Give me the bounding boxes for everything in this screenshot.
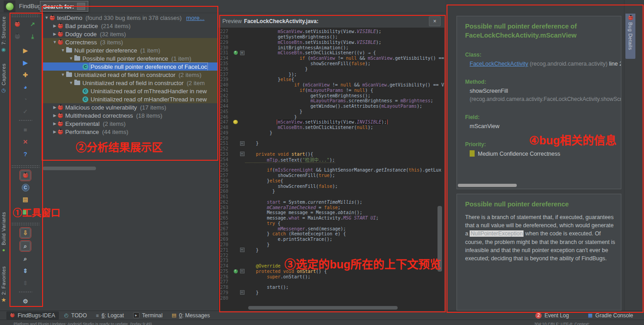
- tree-chevron-down-icon[interactable]: ▼: [68, 56, 74, 61]
- tree-row[interactable]: ▶Performance(44 items): [42, 128, 218, 136]
- event-log-button[interactable]: 2 Event Log: [532, 311, 572, 320]
- class-link[interactable]: FaceLockCheckActivity: [470, 61, 528, 67]
- line-number: 245: [219, 109, 232, 114]
- code-line: 236 }: [219, 66, 444, 72]
- analyze-project-icon[interactable]: [13, 20, 22, 29]
- tab-todo[interactable]: ◴TODO: [61, 311, 91, 320]
- tree-item-label: Performance: [65, 129, 99, 135]
- tree-row[interactable]: ▶Multithreaded correctness(18 items): [42, 111, 218, 119]
- tree-chevron-down-icon[interactable]: ▼: [68, 81, 74, 85]
- tree-row[interactable]: CUninitialized read of mThreadHandler in…: [42, 87, 218, 95]
- tree-row[interactable]: CUninitialized read of mHandlerThread in…: [42, 95, 218, 103]
- autoscroll-to-source-icon[interactable]: ⌕: [21, 254, 30, 263]
- tree-chevron-right-icon[interactable]: ▶: [52, 121, 58, 126]
- line-number: 271: [219, 248, 232, 253]
- toolbar-drag-handle[interactable]: [11, 14, 39, 17]
- rerun-analysis-icon: [13, 32, 22, 41]
- tree-row[interactable]: ▼Correctness(3 items): [42, 38, 218, 46]
- tree-row[interactable]: ▼Possible null pointer dereference(1 ite…: [42, 54, 218, 62]
- fold-marker[interactable]: −: [239, 152, 245, 156]
- tab-messages[interactable]: ▤0: Messages: [168, 311, 213, 320]
- settings-icon[interactable]: ⚙: [21, 297, 30, 306]
- group-by-rank-icon[interactable]: ▦: [21, 207, 30, 216]
- analysis-results-tree: ▼testDemo(found 330 bug items in 378 cla…: [42, 13, 218, 308]
- analyze-module-files-icon[interactable]: ▶: [21, 46, 30, 55]
- group-by-bug-category-icon[interactable]: [20, 171, 30, 180]
- code-line: 264 Message message = Message.obtain();: [219, 210, 444, 215]
- override-marker-icon[interactable]: [232, 269, 239, 273]
- tree-chevron-right-icon[interactable]: ▶: [52, 105, 58, 110]
- group-by-package-icon[interactable]: ▤: [21, 195, 30, 204]
- code-preview-editor[interactable]: 227 mScanView.setVisibility(View.VISIBLE…: [219, 28, 444, 311]
- help-icon[interactable]: ?: [21, 150, 30, 158]
- group-by-class-icon[interactable]: C: [22, 184, 29, 191]
- export-results-icon[interactable]: ↗: [28, 20, 37, 29]
- tree-row[interactable]: CPossible null pointer dereference of Fa…: [42, 62, 218, 71]
- sidebar-item-structure[interactable]: 7: Structure ◉: [1, 16, 6, 53]
- bug-icon: [58, 129, 63, 134]
- tree-row[interactable]: ▶Bad practice(214 items): [42, 22, 218, 30]
- toolbar-drag-handle[interactable]: [11, 165, 39, 168]
- analyze-changed-files-icon[interactable]: ◕: [21, 83, 30, 91]
- search-input[interactable]: [77, 3, 85, 10]
- tree-row[interactable]: ▼testDemo(found 330 bug items in 378 cla…: [42, 14, 218, 22]
- tree-chevron-down-icon[interactable]: ▼: [60, 72, 66, 77]
- tree-chevron-right-icon[interactable]: ▶: [52, 129, 58, 134]
- fold-marker[interactable]: −: [239, 141, 245, 146]
- line-number: 229: [219, 40, 232, 45]
- tree-chevron-down-icon[interactable]: ▼: [43, 15, 50, 20]
- clear-results-icon[interactable]: ✕: [21, 138, 30, 146]
- import-bugs-icon[interactable]: ⇩: [20, 228, 30, 238]
- fold-marker[interactable]: −: [239, 290, 245, 295]
- tree-row[interactable]: ▼Uninitialized read of field in construc…: [42, 71, 218, 79]
- expand-all-icon[interactable]: ⇕: [21, 267, 30, 275]
- method-name: showScreenFill: [470, 88, 613, 94]
- tree-row[interactable]: ▼Uninitialized read of field in construc…: [42, 79, 218, 87]
- tab-findbugs-idea[interactable]: FindBugs-IDEA: [6, 311, 59, 320]
- import-results-icon[interactable]: ⤓: [28, 32, 37, 41]
- tab-bug-details[interactable]: Bug Details: [625, 14, 635, 59]
- details-horizontal-scrollbar[interactable]: [458, 184, 517, 187]
- analyze-scope-icon[interactable]: ✚: [21, 71, 30, 79]
- toolbar-drag-handle[interactable]: [11, 222, 39, 225]
- check-icon: ✓: [21, 107, 30, 116]
- bug-marker-icon[interactable]: [232, 119, 239, 124]
- tree-horizontal-scrollbar[interactable]: [43, 167, 96, 170]
- code-line: 280: [219, 295, 444, 301]
- toolwindow-tab-label: FindBugs-IDEA: [18, 312, 55, 319]
- tree-row[interactable]: ▶Malicious code vulnerability(17 items): [42, 103, 218, 111]
- sidebar-item-favorites[interactable]: 2: Favorites ★: [1, 266, 6, 303]
- more-link[interactable]: more...: [186, 14, 204, 21]
- analyze-current-file-icon[interactable]: ▶: [21, 58, 30, 67]
- code-text: protected void onStart() {: [245, 269, 444, 274]
- tree-chevron-right-icon[interactable]: ▶: [52, 24, 58, 28]
- tree-row[interactable]: ▶Dodgy code(32 items): [42, 30, 218, 38]
- code-text: mScanView.setVisibility(View.INVISIBLE);: [245, 119, 444, 124]
- fold-marker[interactable]: +: [239, 51, 245, 55]
- tree-row[interactable]: ▶Experimental(2 items): [42, 119, 218, 128]
- code-line: 258 }else{: [219, 178, 444, 183]
- tree-item-label: Correctness: [65, 39, 97, 46]
- terminal-icon: ▸: [133, 312, 139, 318]
- line-number: 261: [219, 194, 232, 199]
- tree-chevron-right-icon[interactable]: ▶: [52, 32, 58, 36]
- line-number: 228: [219, 34, 232, 39]
- fold-marker[interactable]: −: [239, 248, 245, 252]
- fold-marker[interactable]: −: [239, 269, 245, 273]
- tree-chevron-down-icon[interactable]: ▼: [52, 40, 58, 44]
- tree-chevron-right-icon[interactable]: ▶: [52, 113, 58, 118]
- sidebar-item-build-variants[interactable]: Build Variants ●: [1, 212, 6, 253]
- gradle-console-button[interactable]: ▦ Gradle Console: [584, 311, 637, 320]
- tree-chevron-down-icon[interactable]: ▼: [60, 48, 66, 53]
- tab-logcat[interactable]: ≡6: Logcat: [92, 311, 128, 320]
- sidebar-item-captures[interactable]: Captures ◷: [1, 63, 6, 93]
- tree-row[interactable]: ▼Null pointer dereference(1 item): [42, 46, 218, 54]
- close-preview-button[interactable]: ×: [429, 16, 441, 26]
- override-marker-icon[interactable]: [232, 51, 239, 55]
- preview-toggle-icon[interactable]: ⌕: [20, 241, 30, 251]
- bug-icon: [628, 16, 633, 20]
- editor-horizontal-scrollbar[interactable]: [248, 306, 398, 310]
- editor-vertical-scrollbar[interactable]: [437, 206, 442, 272]
- tab-terminal[interactable]: ▸Terminal: [130, 311, 166, 320]
- search-box[interactable]: Search for:: [40, 1, 88, 12]
